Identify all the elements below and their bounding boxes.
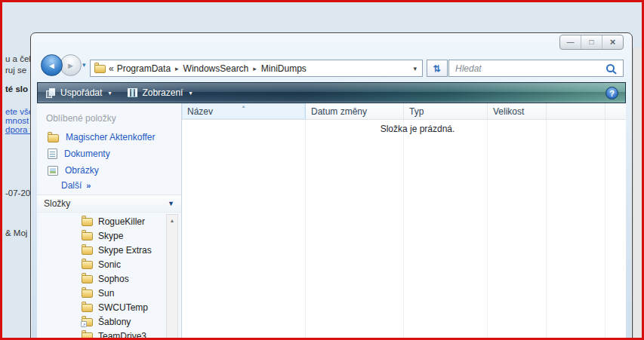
background-page-edge bbox=[633, 47, 642, 338]
chevron-down-icon: ▾ bbox=[108, 90, 111, 96]
navigation-pane: Oblíbené položky Magischer AktenkofferDo… bbox=[37, 103, 182, 340]
toolbar-item-label: Zobrazení bbox=[142, 87, 183, 98]
close-button[interactable]: × bbox=[602, 35, 623, 49]
forward-icon: ► bbox=[66, 61, 75, 70]
breadcrumb-separator-icon[interactable]: ▸ bbox=[253, 65, 257, 72]
background-text-fragment: dpora f bbox=[5, 125, 32, 134]
shortcut-folder-icon bbox=[82, 318, 93, 326]
refresh-button[interactable]: ⇄ bbox=[427, 60, 448, 77]
back-button[interactable]: ◄ bbox=[41, 54, 63, 76]
background-text-fragment: ruj se bbox=[5, 66, 26, 75]
background-text-fragment: ete vše bbox=[5, 107, 33, 116]
column-divider bbox=[487, 119, 488, 340]
scroll-up-icon[interactable]: ▲ bbox=[167, 215, 177, 223]
column-header-label: Název bbox=[187, 106, 213, 117]
folder-icon bbox=[82, 275, 93, 283]
folder-icon bbox=[82, 261, 93, 269]
column-header-n-zev[interactable]: ▲Název bbox=[182, 103, 306, 119]
column-header-filler bbox=[605, 103, 626, 119]
background-text-fragment: u a ček bbox=[5, 54, 33, 63]
explorer-window: —□× ► ◄ ▾ « ProgramData▸WindowsSearch▸Mi… bbox=[30, 32, 633, 340]
tree-item-skype-extras[interactable]: Skype Extras bbox=[37, 243, 165, 257]
tree-item-sonic[interactable]: Sonic bbox=[37, 257, 165, 271]
maximize-button[interactable]: □ bbox=[581, 35, 602, 49]
minimize-icon: — bbox=[567, 38, 575, 46]
breadcrumb-separator-icon[interactable]: ▸ bbox=[175, 65, 179, 72]
column-header-velikost[interactable]: Velikost bbox=[488, 103, 547, 119]
organize-icon bbox=[46, 88, 56, 98]
sidebar-item-dokumenty[interactable]: Dokumenty bbox=[37, 145, 181, 162]
tree-item-swcutemp[interactable]: SWCUTemp bbox=[37, 300, 165, 314]
column-divider bbox=[605, 119, 605, 340]
address-dropdown-icon[interactable]: ▾ bbox=[409, 65, 421, 72]
title-bar[interactable]: —□× bbox=[31, 33, 632, 56]
folder-icon bbox=[82, 332, 93, 340]
favorites-list: Magischer AktenkofferDokumentyObrázky bbox=[37, 129, 181, 179]
back-icon: ◄ bbox=[48, 61, 56, 70]
favorites-more-label: Další bbox=[61, 180, 82, 191]
column-header-typ[interactable]: Typ bbox=[404, 103, 488, 119]
background-text-fragment: & Moj bbox=[5, 228, 27, 237]
window-controls: —□× bbox=[559, 35, 624, 50]
sidebar-item-label: Dokumenty bbox=[64, 149, 110, 159]
tree-scrollbar[interactable]: ▲ bbox=[166, 214, 178, 340]
window-content: Oblíbené položky Magischer AktenkofferDo… bbox=[37, 103, 626, 340]
background-text-fragment: -07-20 bbox=[5, 188, 30, 198]
views-icon bbox=[128, 88, 137, 97]
tree-item-label: Sonic bbox=[98, 259, 121, 270]
tree-item-sun[interactable]: Sun bbox=[37, 286, 165, 300]
background-text-fragment: té slo bbox=[5, 84, 28, 93]
breadcrumb-item-windowssearch[interactable]: WindowsSearch bbox=[183, 63, 249, 74]
folders-band-label: Složky bbox=[44, 198, 70, 209]
tree-item-skype[interactable]: Skype bbox=[37, 228, 165, 243]
tree-item-label: Skype bbox=[98, 231, 123, 241]
search-placeholder: Hledat bbox=[455, 63, 602, 74]
tree-item-teamdrive3[interactable]: TeamDrive3 bbox=[37, 329, 165, 340]
column-header-label: Datum změny bbox=[311, 106, 367, 117]
column-header-datum-zm-ny[interactable]: Datum změny bbox=[306, 103, 404, 119]
column-divider bbox=[546, 119, 547, 340]
search-icon[interactable] bbox=[606, 64, 615, 72]
breadcrumb: ProgramData▸WindowsSearch▸MiniDumps bbox=[117, 63, 407, 74]
help-button[interactable]: ? bbox=[605, 87, 618, 100]
folder-icon bbox=[82, 218, 93, 226]
forward-button[interactable]: ► bbox=[60, 54, 82, 76]
maximize-icon: □ bbox=[589, 38, 593, 46]
toolbar-items: Uspořádat▾Zobrazení▾ bbox=[38, 83, 200, 103]
folder-icon bbox=[82, 232, 93, 240]
favorites-more-link[interactable]: Další » bbox=[61, 180, 91, 191]
close-icon: × bbox=[610, 38, 616, 46]
address-folder-icon bbox=[94, 65, 106, 73]
tree-item-label: Sun bbox=[98, 288, 114, 299]
refresh-icon: ⇄ bbox=[432, 64, 442, 72]
folder-icon bbox=[82, 247, 93, 255]
tree-item-label: Skype Extras bbox=[98, 245, 152, 256]
breadcrumb-item-minidumps[interactable]: MiniDumps bbox=[261, 63, 307, 74]
tree-item-roguekiller[interactable]: RogueKiller bbox=[37, 214, 165, 228]
minimize-button[interactable]: — bbox=[560, 35, 581, 49]
documents-icon bbox=[48, 149, 57, 159]
toolbar-uspo-dat-button[interactable]: Uspořádat▾ bbox=[38, 83, 119, 103]
sidebar-item-label: Magischer Aktenkoffer bbox=[66, 132, 156, 142]
history-dropdown-icon[interactable]: ▾ bbox=[82, 61, 86, 69]
breadcrumb-item-programdata[interactable]: ProgramData bbox=[117, 63, 171, 74]
sidebar-item-magischer-aktenkoffer[interactable]: Magischer Aktenkoffer bbox=[37, 129, 181, 145]
sort-ascending-icon: ▲ bbox=[242, 104, 246, 109]
tree-item-sophos[interactable]: Sophos bbox=[37, 271, 165, 286]
favorites-header: Oblíbené položky bbox=[46, 113, 116, 124]
column-divider bbox=[403, 119, 404, 340]
search-box[interactable]: Hledat bbox=[448, 60, 624, 77]
folders-band[interactable]: Složky ▼ bbox=[37, 195, 181, 213]
sidebar-item-obr-zky[interactable]: Obrázky bbox=[37, 162, 181, 179]
breadcrumb-overflow-chevron[interactable]: « bbox=[109, 63, 114, 74]
tree-item-label: RogueKiller bbox=[98, 216, 145, 227]
tree-item-ablony[interactable]: Šablony bbox=[37, 314, 165, 329]
empty-folder-message: Složka je prázdná. bbox=[182, 124, 626, 134]
file-list: ▲NázevDatum změnyTypVelikost Složka je p… bbox=[182, 103, 626, 340]
background-text-fragment: mnost bbox=[5, 116, 29, 125]
column-header-label: Velikost bbox=[493, 106, 524, 117]
address-bar[interactable]: « ProgramData▸WindowsSearch▸MiniDumps ▾ bbox=[90, 60, 423, 77]
folder-tree: RogueKillerSkypeSkype ExtrasSonicSophosS… bbox=[37, 214, 165, 340]
column-header-spare[interactable] bbox=[547, 103, 605, 119]
toolbar-zobrazen-button[interactable]: Zobrazení▾ bbox=[119, 83, 200, 103]
